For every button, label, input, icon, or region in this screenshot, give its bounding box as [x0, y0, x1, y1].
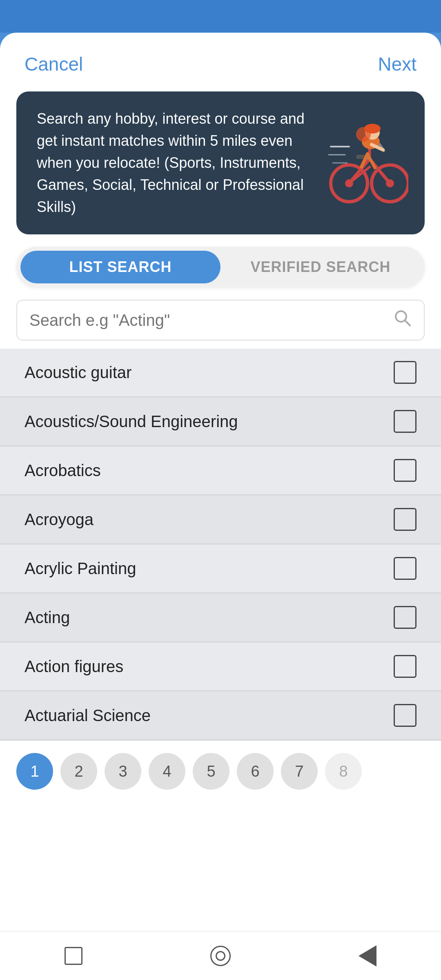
list-item: Actuarial Science: [0, 692, 441, 741]
list-item-checkbox[interactable]: [394, 557, 416, 580]
list-container: Acoustic guitarAcoustics/Sound Engineeri…: [0, 349, 441, 741]
circle-icon: [210, 946, 231, 966]
page-button-1[interactable]: 1: [16, 753, 53, 790]
list-item-label: Acoustic guitar: [24, 363, 131, 382]
page-button-more[interactable]: 8: [325, 753, 362, 790]
square-icon: [65, 947, 82, 965]
svg-line-23: [405, 321, 410, 325]
next-button[interactable]: Next: [378, 53, 416, 75]
page-button-3[interactable]: 3: [105, 753, 141, 790]
page-button-5[interactable]: 5: [193, 753, 229, 790]
list-item: Action figures: [0, 643, 441, 692]
list-item-label: Acroyoga: [24, 510, 94, 529]
list-item: Acoustics/Sound Engineering: [0, 398, 441, 447]
list-search-button[interactable]: LIST SEARCH: [20, 251, 220, 283]
status-bar: [0, 0, 441, 33]
cancel-button[interactable]: Cancel: [24, 53, 83, 75]
verified-search-button[interactable]: VERIFIED SEARCH: [220, 251, 421, 283]
list-item-checkbox[interactable]: [394, 655, 416, 678]
search-bar: [16, 300, 425, 341]
list-item-checkbox[interactable]: [394, 459, 416, 482]
info-banner: Search any hobby, interest or course and…: [16, 91, 425, 234]
search-icon: [394, 309, 412, 331]
recent-apps-icon[interactable]: [57, 940, 90, 972]
list-item-checkbox[interactable]: [394, 361, 416, 384]
banner-text: Search any hobby, interest or course and…: [37, 108, 318, 218]
list-item-label: Acrylic Painting: [24, 559, 136, 578]
search-input[interactable]: [29, 311, 394, 330]
main-card: Cancel Next Search any hobby, interest o…: [0, 33, 441, 980]
list-item: Acrobatics: [0, 447, 441, 496]
list-item-label: Acrobatics: [24, 461, 101, 480]
list-item-label: Acting: [24, 608, 70, 627]
back-triangle-icon: [359, 945, 376, 967]
toggle-container: LIST SEARCH VERIFIED SEARCH: [16, 247, 425, 287]
svg-point-15: [356, 127, 371, 142]
page-button-4[interactable]: 4: [149, 753, 185, 790]
page-button-2[interactable]: 2: [60, 753, 97, 790]
list-item-checkbox[interactable]: [394, 410, 416, 433]
list-item: Acoustic guitar: [0, 349, 441, 398]
page-button-7[interactable]: 7: [281, 753, 318, 790]
bottom-nav-bar: [0, 931, 441, 980]
pagination: 12345678: [0, 741, 441, 802]
page-button-6[interactable]: 6: [237, 753, 274, 790]
list-item-checkbox[interactable]: [394, 508, 416, 531]
list-item-checkbox[interactable]: [394, 704, 416, 727]
list-item-label: Acoustics/Sound Engineering: [24, 412, 238, 431]
back-icon[interactable]: [351, 940, 384, 972]
list-item: Acting: [0, 594, 441, 643]
top-nav: Cancel Next: [0, 33, 441, 87]
list-item-checkbox[interactable]: [394, 606, 416, 629]
list-item-label: Actuarial Science: [24, 706, 151, 725]
list-item: Acroyoga: [0, 496, 441, 545]
banner-illustration: [327, 122, 408, 204]
list-item: Acrylic Painting: [0, 545, 441, 594]
list-item-label: Action figures: [24, 657, 123, 676]
home-icon[interactable]: [204, 940, 237, 972]
